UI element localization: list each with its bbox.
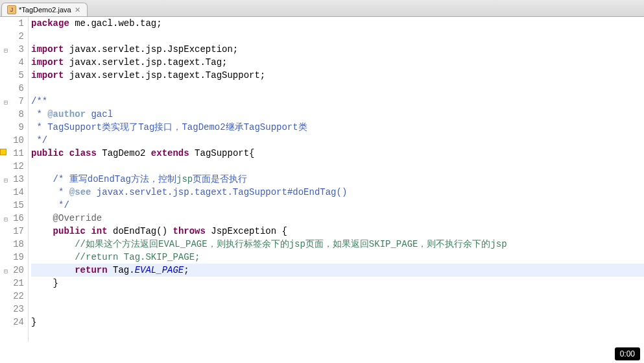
fold-icon[interactable]: ⊟ (0, 97, 8, 105)
code-line[interactable] (31, 160, 644, 173)
tab-bar: J *TagDemo2.java ✕ (0, 0, 644, 17)
code-line[interactable]: //return Tag.SKIP_PAGE; (31, 251, 644, 264)
code-line[interactable]: import javax.servlet.jsp.tagext.Tag; (31, 56, 644, 69)
code-line[interactable]: /* 重写doEndTag方法，控制jsp页面是否执行 (31, 173, 644, 186)
code-line[interactable]: */ (31, 134, 644, 147)
code-line[interactable]: return Tag.EVAL_PAGE; (31, 264, 644, 277)
close-icon[interactable]: ✕ (74, 6, 82, 14)
code-line[interactable]: import javax.servlet.jsp.JspException; (31, 43, 644, 56)
fold-icon[interactable]: ⊟ (0, 45, 8, 53)
fold-icon[interactable]: ⊟ (0, 266, 8, 273)
tab-label: *TagDemo2.java (19, 6, 71, 14)
code-line[interactable] (31, 30, 644, 43)
code-editor[interactable]: 123⊟4567⊟8910111213⊟141516⊟17181920⊟2122… (0, 17, 644, 342)
line-number: 2 (0, 30, 24, 43)
code-area[interactable]: package me.gacl.web.tag;import javax.ser… (29, 17, 644, 342)
line-number: 21 (0, 277, 24, 290)
line-number: 22 (0, 290, 24, 303)
code-line[interactable] (31, 290, 644, 303)
line-number: 13⊟ (0, 173, 24, 186)
line-number: 3⊟ (0, 43, 24, 56)
code-line[interactable]: /** (31, 95, 644, 108)
line-number: 9 (0, 121, 24, 134)
line-number: 11 (0, 147, 24, 160)
code-line[interactable]: * TagSupport类实现了Tag接口，TagDemo2继承TagSuppo… (31, 121, 644, 134)
line-number: 14 (0, 186, 24, 199)
code-line[interactable]: * @see javax.servlet.jsp.tagext.TagSuppo… (31, 186, 644, 199)
line-number: 23 (0, 303, 24, 316)
code-line[interactable]: } (31, 316, 644, 329)
line-number: 1 (0, 17, 24, 30)
line-gutter: 123⊟4567⊟8910111213⊟141516⊟17181920⊟2122… (0, 17, 29, 342)
line-number: 10 (0, 134, 24, 147)
code-line[interactable]: //如果这个方法返回EVAL_PAGE，则执行标签余下的jsp页面，如果返回SK… (31, 238, 644, 251)
code-line[interactable]: */ (31, 199, 644, 212)
code-line[interactable]: import javax.servlet.jsp.tagext.TagSuppo… (31, 69, 644, 82)
line-number: 17 (0, 225, 24, 238)
code-line[interactable]: @Override (31, 212, 644, 225)
line-number: 5 (0, 69, 24, 82)
line-number: 4 (0, 56, 24, 69)
code-line[interactable]: public class TagDemo2 extends TagSupport… (31, 147, 644, 160)
code-line[interactable] (31, 303, 644, 316)
line-number: 8 (0, 108, 24, 121)
code-line[interactable]: } (31, 277, 644, 290)
line-number: 15 (0, 199, 24, 212)
line-number: 16⊟ (0, 212, 24, 225)
code-line[interactable]: package me.gacl.web.tag; (31, 17, 644, 30)
code-line[interactable]: * @author gacl (31, 108, 644, 121)
line-number: 12 (0, 160, 24, 173)
recording-timer: 0:00 (615, 347, 640, 360)
fold-icon[interactable]: ⊟ (0, 214, 8, 221)
line-number: 24 (0, 316, 24, 329)
warning-icon[interactable] (0, 149, 6, 155)
line-number: 20⊟ (0, 264, 24, 277)
line-number: 7⊟ (0, 95, 24, 108)
line-number: 18 (0, 238, 24, 251)
java-file-icon: J (7, 5, 16, 14)
code-line[interactable]: public int doEndTag() throws JspExceptio… (31, 225, 644, 238)
code-line[interactable] (31, 82, 644, 95)
line-number: 6 (0, 82, 24, 95)
line-number: 19 (0, 251, 24, 264)
editor-tab[interactable]: J *TagDemo2.java ✕ (1, 3, 88, 16)
fold-icon[interactable]: ⊟ (0, 175, 8, 182)
